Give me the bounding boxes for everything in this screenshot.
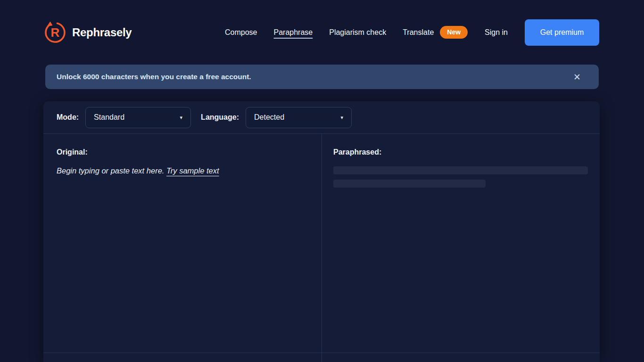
- editor-panels: Original: Begin typing or paste text her…: [43, 134, 600, 353]
- nav-item-compose[interactable]: Compose: [225, 28, 257, 37]
- skeleton-line: [333, 180, 486, 188]
- card-footer-strip: [43, 353, 600, 362]
- header: R Rephrasely Compose Paraphrase Plagiari…: [0, 0, 644, 65]
- language-label: Language:: [201, 113, 239, 122]
- new-badge: New: [440, 26, 468, 39]
- banner-text: Unlock 6000 characters when you create a…: [57, 73, 251, 81]
- chevron-down-icon: ▾: [340, 115, 343, 121]
- card-footer-left: [43, 353, 322, 362]
- paraphrased-heading: Paraphrased:: [333, 148, 588, 156]
- nav-item-translate[interactable]: Translate New: [403, 26, 468, 39]
- sign-in-link[interactable]: Sign in: [485, 28, 508, 37]
- mode-select[interactable]: Standard ▾: [85, 107, 191, 128]
- header-right-group: Sign in Get premium: [485, 19, 599, 46]
- language-select-value: Detected: [254, 113, 284, 122]
- mode-label: Mode:: [57, 113, 79, 122]
- paraphrase-card: Mode: Standard ▾ Language: Detected ▾ Or…: [43, 101, 600, 362]
- paraphrased-panel: Paraphrased:: [322, 134, 600, 353]
- original-heading: Original:: [57, 148, 308, 156]
- options-toolbar: Mode: Standard ▾ Language: Detected ▾: [43, 101, 600, 134]
- nav-item-paraphrase[interactable]: Paraphrase: [274, 28, 313, 37]
- brand-logo[interactable]: R Rephrasely: [43, 21, 132, 44]
- original-panel[interactable]: Original: Begin typing or paste text her…: [43, 134, 322, 353]
- svg-text:R: R: [51, 25, 60, 40]
- chevron-down-icon: ▾: [180, 115, 183, 121]
- close-icon[interactable]: ✕: [570, 70, 584, 83]
- promo-banner: Unlock 6000 characters when you create a…: [45, 65, 599, 89]
- skeleton-line: [333, 166, 588, 174]
- language-select[interactable]: Detected ▾: [246, 107, 352, 128]
- mode-select-value: Standard: [94, 113, 124, 122]
- brand-name: Rephrasely: [72, 26, 132, 39]
- main-nav: Compose Paraphrase Plagiarism check Tran…: [225, 26, 468, 39]
- rephrasely-logo-icon: R: [43, 21, 67, 44]
- get-premium-button[interactable]: Get premium: [525, 19, 599, 46]
- nav-item-plagiarism-check[interactable]: Plagiarism check: [329, 28, 386, 37]
- original-placeholder: Begin typing or paste text here. Try sam…: [57, 166, 308, 175]
- try-sample-text-link[interactable]: Try sample text: [166, 166, 219, 175]
